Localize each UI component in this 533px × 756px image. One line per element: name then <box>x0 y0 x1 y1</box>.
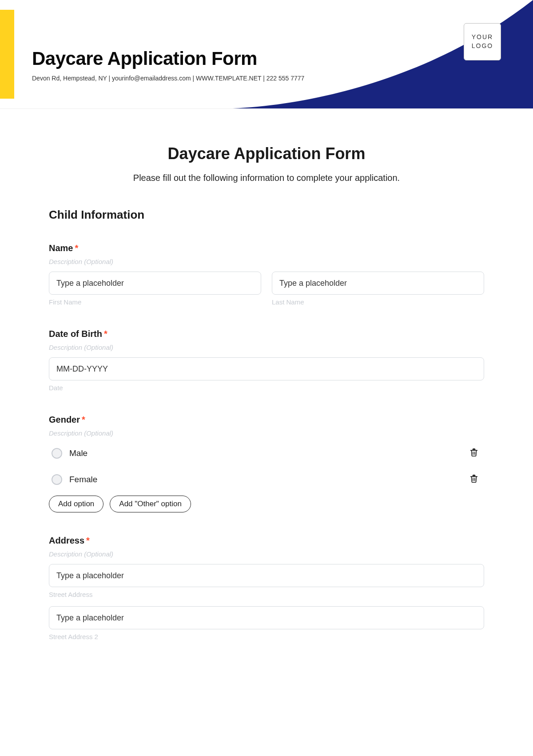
name-label: Name* <box>49 243 484 253</box>
section-child-info: Child Information <box>49 208 484 222</box>
add-option-button[interactable]: Add option <box>49 496 103 512</box>
name-desc[interactable]: Description (Optional) <box>49 258 484 265</box>
gender-male-label: Male <box>69 448 88 458</box>
add-other-option-button[interactable]: Add "Other" option <box>110 496 191 512</box>
logo-text-1: YOUR <box>472 33 493 42</box>
address-desc[interactable]: Description (Optional) <box>49 550 484 558</box>
street-address-2-input[interactable] <box>49 606 484 629</box>
field-address: Address* Description (Optional) Street A… <box>49 536 484 640</box>
radio-icon <box>52 448 62 459</box>
trash-icon <box>469 448 479 457</box>
required-mark: * <box>75 243 78 253</box>
field-name: Name* Description (Optional) First Name … <box>49 243 484 306</box>
logo-placeholder: YOUR LOGO <box>464 23 501 60</box>
street-address-input[interactable] <box>49 564 484 587</box>
street-address-2-sublabel: Street Address 2 <box>49 633 484 640</box>
logo-text-2: LOGO <box>472 42 493 51</box>
accent-bar <box>0 10 14 99</box>
gender-option-male[interactable]: Male <box>49 443 484 463</box>
page-header: YOUR LOGO Daycare Application Form Devon… <box>0 0 533 109</box>
delete-option-button[interactable] <box>467 446 481 460</box>
field-dob: Date of Birth* Description (Optional) Da… <box>49 329 484 392</box>
required-mark: * <box>104 329 107 339</box>
first-name-sublabel: First Name <box>49 298 261 306</box>
form-container: Daycare Application Form Please fill out… <box>0 109 533 681</box>
dob-sublabel: Date <box>49 384 484 392</box>
form-title: Daycare Application Form <box>49 144 484 163</box>
gender-female-label: Female <box>69 475 97 484</box>
required-mark: * <box>82 415 85 424</box>
field-gender: Gender* Description (Optional) Male Fema… <box>49 415 484 512</box>
last-name-input[interactable] <box>272 272 484 295</box>
gender-label: Gender* <box>49 415 484 425</box>
dob-label-text: Date of Birth <box>49 329 102 339</box>
dob-desc[interactable]: Description (Optional) <box>49 344 484 351</box>
first-name-input[interactable] <box>49 272 261 295</box>
last-name-sublabel: Last Name <box>272 298 484 306</box>
dob-input[interactable] <box>49 357 484 380</box>
address-label: Address* <box>49 536 484 546</box>
required-mark: * <box>86 536 90 545</box>
name-label-text: Name <box>49 243 73 253</box>
dob-label: Date of Birth* <box>49 329 484 339</box>
gender-option-female[interactable]: Female <box>49 469 484 489</box>
header-subtitle: Devon Rd, Hempstead, NY | yourinfo@email… <box>32 75 304 82</box>
street-address-sublabel: Street Address <box>49 591 484 598</box>
gender-desc[interactable]: Description (Optional) <box>49 429 484 437</box>
radio-icon <box>52 474 62 485</box>
delete-option-button[interactable] <box>467 472 481 487</box>
header-title: Daycare Application Form <box>32 48 304 69</box>
gender-label-text: Gender <box>49 415 80 424</box>
address-label-text: Address <box>49 536 84 545</box>
form-description: Please fill out the following informatio… <box>49 173 484 183</box>
trash-icon <box>469 474 479 484</box>
